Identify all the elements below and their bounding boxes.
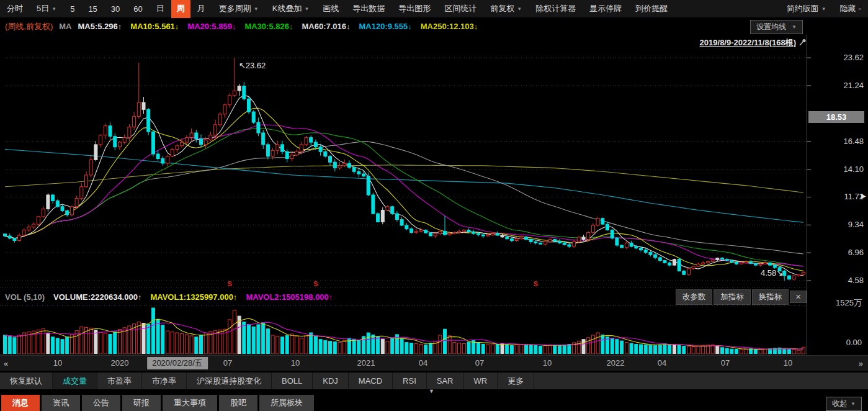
- time-axis-label-8: 10: [543, 358, 552, 368]
- scroll-right-marker-icon[interactable]: ▶: [861, 192, 866, 199]
- volume-value: VOLUME:2220634.000↑: [53, 292, 141, 302]
- toolbar-item-17[interactable]: 显示停牌: [583, 0, 629, 18]
- double-arrow-icon: »: [859, 6, 861, 12]
- chevron-down-icon: ▼: [304, 6, 309, 12]
- indicator-item-7[interactable]: MACD: [349, 373, 393, 389]
- toolbar-item-15[interactable]: 前复权▼: [483, 0, 529, 18]
- toolbar-item-18[interactable]: 到价提醒: [629, 0, 674, 18]
- mavol1-value: MAVOL1:1325997.000↑: [150, 292, 237, 302]
- ma-settings-label: 设置均线: [756, 22, 786, 32]
- splitter-arrow-icon[interactable]: ▼: [429, 388, 434, 394]
- price-axis-label-5: 9.34: [807, 220, 864, 229]
- stock-chart-window: 分时5日▼5153060日周月更多周期▼K线叠加▼画线导出数据导出图形区间统计前…: [0, 0, 868, 411]
- time-axis[interactable]: « » 1020202020/02/28/五071020210407102022…: [0, 355, 868, 371]
- scroll-right-icon[interactable]: »: [859, 359, 863, 368]
- time-axis-label-4: 10: [291, 358, 300, 368]
- time-axis-label-7: 07: [475, 358, 484, 368]
- ma-legend-item-1: MA10:5.561↓: [130, 22, 179, 31]
- indicator-item-11[interactable]: 更多: [498, 373, 534, 389]
- ma-legend-item-4: MA60:7.016↓: [302, 22, 350, 31]
- svg-text:↖23.62: ↖23.62: [239, 61, 266, 70]
- time-axis-label-6: 04: [419, 358, 427, 368]
- toolbar-item-1[interactable]: 5日▼: [30, 0, 63, 18]
- toolbar-item-5[interactable]: 60: [127, 0, 149, 18]
- indicator-item-2[interactable]: 市盈率: [97, 373, 142, 389]
- toolbar-item-14[interactable]: 区间统计: [437, 0, 483, 18]
- last-price-highlight: 18.53: [808, 111, 864, 123]
- ma-legend-item-5: MA120:9.555↓: [359, 22, 412, 31]
- volume-pane-button-1[interactable]: 加指标: [714, 289, 751, 305]
- info-tab-2[interactable]: 公告: [82, 395, 120, 411]
- svg-text:S: S: [228, 280, 232, 287]
- info-tab-6[interactable]: 所属板块: [259, 395, 314, 411]
- time-axis-label-12: 10: [784, 358, 792, 368]
- pin-icon[interactable]: [798, 38, 807, 50]
- scroll-left-icon[interactable]: «: [4, 359, 8, 368]
- chevron-down-icon: ▼: [792, 24, 797, 30]
- time-axis-label-10: 04: [658, 358, 666, 368]
- ma-legend-item-3: MA30:5.826↓: [244, 22, 293, 31]
- time-axis-label-3: 07: [223, 358, 232, 368]
- candlestick-chart[interactable]: ↖23.624.58↘SSS: [0, 35, 868, 355]
- chevron-down-icon: ▼: [517, 6, 522, 12]
- price-axis-label-6: 6.96: [807, 248, 864, 257]
- info-tab-1[interactable]: 资讯: [42, 395, 80, 411]
- info-tab-5[interactable]: 股吧: [219, 395, 257, 411]
- date-range-link[interactable]: 2019/8/9-2022/11/8(168根): [700, 37, 796, 48]
- toolbar-item-3[interactable]: 15: [81, 0, 104, 18]
- toolbar-item-8[interactable]: 月: [190, 0, 212, 18]
- price-axis-label-4: 11.72: [807, 192, 864, 201]
- time-axis-label-0: 10: [53, 358, 62, 368]
- chevron-down-icon: ▼: [821, 6, 826, 12]
- toolbar-item-2[interactable]: 5: [63, 0, 81, 18]
- svg-text:S: S: [313, 280, 318, 287]
- volume-pane-button-2[interactable]: 换指标: [752, 289, 789, 305]
- indicator-item-8[interactable]: RSI: [393, 373, 427, 389]
- volume-axis-min: 0.00: [846, 338, 862, 347]
- info-tab-3[interactable]: 研报: [122, 395, 161, 411]
- crosshair-date-label: 2020/02/28/五: [147, 357, 208, 369]
- time-axis-label-11: 07: [721, 358, 730, 368]
- toolbar-item-16[interactable]: 除权计算器: [529, 0, 583, 18]
- svg-text:4.58↘: 4.58↘: [761, 268, 783, 278]
- toolbar-item-10[interactable]: K线叠加▼: [266, 0, 316, 18]
- toolbar-item-11[interactable]: 画线: [316, 0, 346, 18]
- indicator-item-4[interactable]: 沪深股通持股变化: [187, 373, 272, 389]
- price-axis-label-1: 21.24: [807, 81, 864, 90]
- toolbar-item-9[interactable]: 更多周期▼: [212, 0, 266, 18]
- collapse-label: 收起: [832, 399, 848, 409]
- toolbar-right-item-1[interactable]: 隐藏»: [833, 0, 868, 18]
- chart-mode-label: (周线,前复权): [5, 21, 53, 32]
- toolbar-item-0[interactable]: 分时: [0, 0, 30, 18]
- toolbar-right-item-0[interactable]: 简约版面▼: [780, 0, 833, 18]
- indicator-item-10[interactable]: WR: [464, 373, 498, 389]
- indicator-item-5[interactable]: BOLL: [272, 373, 313, 389]
- collapse-button[interactable]: 收起 ▼: [826, 397, 862, 411]
- vol-params-label: VOL (5,10): [5, 292, 45, 302]
- toolbar-item-12[interactable]: 导出数据: [346, 0, 391, 18]
- ma-label: MA: [59, 22, 71, 31]
- svg-text:S: S: [534, 280, 538, 287]
- info-tab-0[interactable]: 消息: [1, 395, 40, 411]
- indicator-item-6[interactable]: KDJ: [313, 373, 349, 389]
- ma-settings-button[interactable]: 设置均线 ▼: [750, 20, 803, 34]
- chevron-down-icon: ▼: [254, 6, 259, 12]
- toolbar-item-6[interactable]: 日: [150, 0, 171, 18]
- volume-pane-button-0[interactable]: 改参数: [676, 289, 713, 305]
- time-axis-label-1: 2020: [111, 358, 129, 368]
- indicator-item-0[interactable]: 恢复默认: [0, 373, 53, 389]
- toolbar-item-13[interactable]: 导出图形: [391, 0, 437, 18]
- indicator-item-9[interactable]: SAR: [427, 373, 464, 389]
- chevron-down-icon: ▼: [851, 401, 856, 407]
- toolbar-item-7[interactable]: 周: [171, 0, 190, 18]
- indicator-item-3[interactable]: 市净率: [142, 373, 187, 389]
- info-tab-4[interactable]: 重大事项: [163, 395, 217, 411]
- time-axis-label-9: 2022: [607, 358, 625, 368]
- close-icon[interactable]: ×: [790, 291, 807, 303]
- ma-legend-row: (周线,前复权) MA MA5:5.296↑MA10:5.561↓MA20:5.…: [0, 18, 868, 35]
- period-toolbar: 分时5日▼5153060日周月更多周期▼K线叠加▼画线导出数据导出图形区间统计前…: [0, 0, 868, 18]
- indicator-bar: 恢复默认成交量市盈率市净率沪深股通持股变化BOLLKDJMACDRSISARWR…: [0, 373, 868, 389]
- toolbar-item-4[interactable]: 30: [104, 0, 127, 18]
- indicator-item-1[interactable]: 成交量: [53, 373, 97, 389]
- ma-legend-item-2: MA20:5.859↓: [187, 22, 236, 31]
